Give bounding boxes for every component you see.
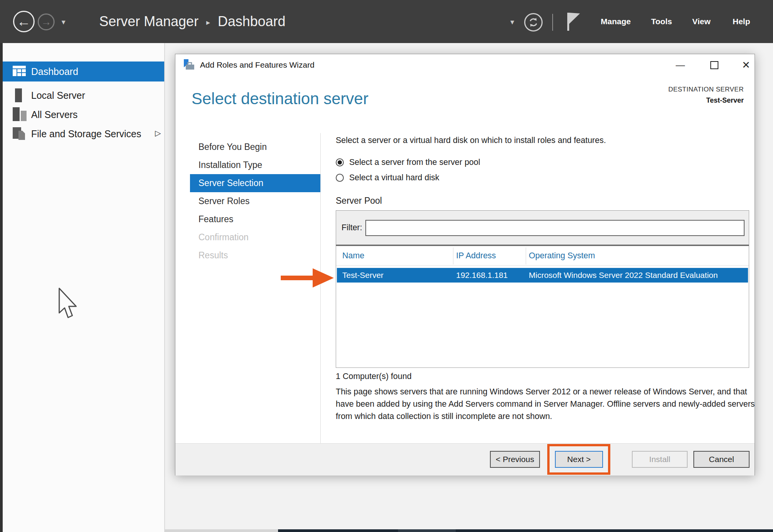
step-server-roles[interactable]: Server Roles (190, 192, 320, 210)
radio-virtual-hard-disk[interactable]: Select a virtual hard disk (336, 172, 439, 183)
sidebar-item-file-storage-services[interactable]: File and Storage Services ▷ (3, 124, 164, 144)
sidebar: Dashboard Local Server All Servers File … (3, 43, 164, 532)
filter-panel: Filter: (336, 210, 749, 245)
bottom-strip-gray (165, 529, 278, 532)
sidebar-item-all-servers[interactable]: All Servers (3, 105, 164, 125)
menu-manage[interactable]: Manage (601, 0, 631, 43)
screen: ← → ▾ Server Manager ▸ Dashboard ▾ Manag… (0, 0, 773, 532)
topbar-divider (552, 14, 553, 31)
step-before-you-begin[interactable]: Before You Begin (190, 138, 320, 156)
radio-unselected-icon (336, 174, 344, 182)
cell-os: Microsoft Windows Server 2022 Standard E… (529, 268, 718, 283)
radio-label: Select a virtual hard disk (349, 173, 439, 183)
radio-selected-icon (336, 158, 344, 166)
local-server-icon (15, 88, 22, 102)
computers-found-text: 1 Computer(s) found (336, 372, 411, 381)
install-button: Install (632, 451, 688, 468)
column-header-ip[interactable]: IP Address (456, 246, 496, 265)
filter-input[interactable] (365, 220, 745, 236)
breadcrumb-current: Dashboard (218, 13, 285, 30)
wizard-app-icon (183, 59, 195, 73)
nav-dropdown-icon[interactable]: ▾ (62, 17, 65, 27)
back-icon[interactable]: ← (13, 11, 35, 32)
close-icon[interactable]: ✕ (738, 57, 754, 73)
wizard-dialog: Add Roles and Features Wizard — ✕ Select… (175, 54, 755, 475)
menu-tools[interactable]: Tools (651, 0, 672, 43)
step-features[interactable]: Features (190, 210, 320, 228)
server-pool-table: Name IP Address Operating System Test-Se… (336, 245, 749, 368)
intro-text: Select a server or a virtual hard disk o… (336, 136, 751, 145)
cell-ip: 192.168.1.181 (456, 268, 508, 283)
menu-view[interactable]: View (692, 0, 710, 43)
taskbar-peek-segment (398, 529, 456, 532)
menu-help[interactable]: Help (733, 0, 750, 43)
server-pool-label: Server Pool (336, 196, 382, 206)
expand-chevron-icon[interactable]: ▷ (155, 128, 161, 138)
step-results: Results (190, 246, 320, 264)
breadcrumb: Server Manager ▸ Dashboard (99, 0, 285, 43)
sidebar-item-local-server[interactable]: Local Server (3, 85, 164, 105)
window-left-edge (0, 43, 3, 532)
maximize-square (710, 61, 718, 69)
sidebar-item-label: Dashboard (31, 66, 78, 77)
sidebar-item-label: Local Server (31, 90, 85, 101)
refresh-dropdown-icon[interactable]: ▾ (510, 17, 514, 27)
notifications-flag-icon[interactable] (566, 12, 581, 33)
column-header-os[interactable]: Operating System (529, 246, 595, 265)
page-title: Select destination server (192, 90, 368, 108)
column-separator (453, 248, 453, 264)
file-storage-icon (13, 126, 27, 141)
breadcrumb-separator-icon: ▸ (206, 16, 210, 27)
maximize-icon[interactable] (706, 57, 722, 73)
table-row-test-server[interactable]: Test-Server 192.168.1.181 Microsoft Wind… (337, 268, 748, 283)
radio-server-pool[interactable]: Select a server from the server pool (336, 156, 480, 168)
mouse-cursor-icon (58, 288, 81, 323)
cancel-button[interactable]: Cancel (693, 451, 750, 468)
previous-button[interactable]: < Previous (490, 451, 540, 468)
refresh-arrows-icon (528, 17, 539, 28)
arrow-annotation (281, 266, 335, 291)
destination-server-value: Test-Server (668, 96, 744, 105)
destination-server-block: DESTINATION SERVER Test-Server (668, 86, 744, 105)
forward-icon[interactable]: → (38, 13, 55, 30)
filter-label: Filter: (342, 223, 362, 233)
top-bar: ← → ▾ Server Manager ▸ Dashboard ▾ Manag… (0, 0, 773, 43)
dialog-titlebar[interactable]: Add Roles and Features Wizard — ✕ (175, 54, 755, 75)
refresh-icon[interactable] (524, 13, 543, 32)
sidebar-item-dashboard[interactable]: Dashboard (3, 62, 164, 81)
page-description: This page shows servers that are running… (336, 386, 755, 422)
all-servers-icon (13, 107, 27, 122)
step-confirmation: Confirmation (190, 228, 320, 246)
destination-server-label: DESTINATION SERVER (668, 86, 744, 93)
step-server-selection[interactable]: Server Selection (190, 174, 320, 192)
breadcrumb-root[interactable]: Server Manager (99, 13, 198, 30)
column-separator (526, 248, 526, 264)
cell-name: Test-Server (342, 268, 383, 283)
minimize-icon[interactable]: — (673, 57, 688, 73)
dashboard-icon (13, 66, 27, 77)
next-button-highlight-annotation (547, 444, 610, 475)
sidebar-item-label: File and Storage Services (31, 128, 141, 140)
step-installation-type[interactable]: Installation Type (190, 156, 320, 174)
sidebar-item-label: All Servers (31, 109, 78, 120)
header-underline (336, 265, 749, 266)
dialog-title: Add Roles and Features Wizard (200, 54, 315, 75)
radio-label: Select a server from the server pool (349, 158, 480, 167)
taskbar-peek (278, 529, 773, 532)
column-header-name[interactable]: Name (342, 246, 364, 265)
